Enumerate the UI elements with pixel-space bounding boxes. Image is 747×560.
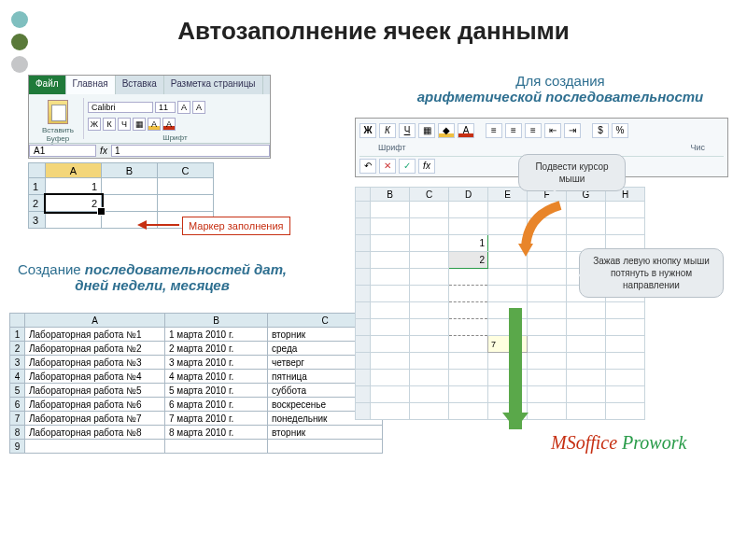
cell[interactable] (371, 370, 410, 386)
cell[interactable] (528, 269, 567, 286)
cell[interactable] (371, 319, 410, 336)
cell[interactable] (606, 202, 645, 218)
cell[interactable] (528, 353, 567, 370)
col-header[interactable]: A (25, 314, 165, 328)
col-header[interactable]: C (158, 163, 214, 178)
cell[interactable] (528, 386, 567, 403)
cell[interactable]: Лабораторная работа №1 (25, 328, 165, 342)
cell[interactable] (371, 336, 410, 353)
cell[interactable] (606, 386, 645, 403)
row-header[interactable] (356, 370, 371, 386)
shrink-font-icon[interactable]: A (192, 101, 205, 114)
cell[interactable] (371, 286, 410, 302)
font-name-select[interactable]: Calibri (88, 102, 153, 113)
name-box[interactable]: A1 (29, 145, 96, 157)
italic-button[interactable]: К (379, 123, 396, 138)
cell[interactable]: 1 (449, 235, 488, 252)
row-header[interactable] (356, 336, 371, 353)
bold-button[interactable]: Ж (359, 123, 376, 138)
cell[interactable] (606, 353, 645, 370)
grow-font-icon[interactable]: A (177, 101, 190, 114)
cell[interactable]: Лабораторная работа №2 (25, 342, 165, 356)
cell[interactable] (449, 319, 488, 336)
col-header[interactable]: B (102, 163, 158, 178)
row-header[interactable] (356, 269, 371, 286)
cell[interactable] (567, 353, 606, 370)
cell[interactable] (449, 286, 488, 302)
cell[interactable] (488, 269, 528, 286)
paste-icon[interactable] (48, 100, 68, 124)
indent-inc-icon[interactable]: ⇥ (564, 123, 581, 138)
cell[interactable] (567, 403, 606, 420)
row-header[interactable]: 8 (10, 426, 25, 440)
cell[interactable] (165, 440, 268, 454)
cell[interactable]: Лабораторная работа №3 (25, 356, 165, 370)
cell[interactable]: Лабораторная работа №4 (25, 370, 165, 384)
row-header[interactable] (356, 252, 371, 269)
row-header[interactable] (356, 302, 371, 319)
cell[interactable]: Лабораторная работа №7 (25, 412, 165, 426)
cell[interactable] (449, 353, 488, 370)
cell[interactable]: 2 (449, 252, 488, 269)
cell[interactable] (528, 370, 567, 386)
cell[interactable] (449, 370, 488, 386)
cell[interactable] (410, 252, 449, 269)
row-header[interactable] (356, 286, 371, 302)
cell[interactable] (410, 386, 449, 403)
cell[interactable] (410, 370, 449, 386)
fx-icon[interactable]: fx (96, 146, 111, 156)
fill-color-icon[interactable]: A (148, 118, 161, 131)
bold-button[interactable]: Ж (88, 118, 101, 131)
align-center-icon[interactable]: ≡ (505, 123, 522, 138)
font-color-icon[interactable]: A (458, 123, 474, 138)
cell[interactable]: 1 (46, 178, 102, 195)
cell[interactable] (371, 235, 410, 252)
align-left-icon[interactable]: ≡ (486, 123, 502, 138)
cell[interactable] (102, 178, 158, 195)
cell[interactable] (449, 386, 488, 403)
cell[interactable] (371, 252, 410, 269)
cell[interactable] (528, 319, 567, 336)
cell[interactable] (371, 269, 410, 286)
cell[interactable] (567, 202, 606, 218)
cell[interactable]: 3 марта 2010 г. (165, 356, 268, 370)
cell[interactable] (567, 370, 606, 386)
row-header[interactable] (356, 386, 371, 403)
cell[interactable] (410, 269, 449, 286)
cell[interactable] (528, 302, 567, 319)
col-header[interactable]: B (371, 188, 410, 202)
row-header[interactable]: 4 (10, 370, 25, 384)
cell[interactable] (158, 195, 214, 212)
col-header[interactable]: A (46, 163, 102, 178)
cell[interactable] (567, 386, 606, 403)
tab-home[interactable]: Главная (66, 76, 116, 94)
currency-icon[interactable]: $ (592, 123, 609, 138)
cell[interactable] (371, 302, 410, 319)
cell[interactable] (606, 403, 645, 420)
cell[interactable]: 7 марта 2010 г. (165, 412, 268, 426)
row-header[interactable] (356, 218, 371, 235)
cell[interactable] (528, 403, 567, 420)
cell[interactable] (606, 370, 645, 386)
fill-color-icon[interactable]: ◆ (438, 123, 455, 138)
cell[interactable]: вторник (268, 426, 383, 440)
cell[interactable]: Лабораторная работа №6 (25, 398, 165, 412)
cell[interactable] (46, 212, 102, 229)
row-header[interactable] (356, 319, 371, 336)
cell[interactable] (449, 218, 488, 235)
tab-insert[interactable]: Вставка (116, 76, 164, 94)
row-header[interactable]: 6 (10, 398, 25, 412)
row-header[interactable] (356, 235, 371, 252)
cell[interactable] (606, 319, 645, 336)
cell[interactable] (158, 178, 214, 195)
italic-button[interactable]: К (103, 118, 116, 131)
row-header[interactable]: 1 (10, 328, 25, 342)
row-header[interactable] (356, 353, 371, 370)
cell[interactable]: Лабораторная работа №8 (25, 426, 165, 440)
cell[interactable] (410, 235, 449, 252)
percent-icon[interactable]: % (612, 123, 628, 138)
cell[interactable] (606, 218, 645, 235)
cell[interactable]: 2 марта 2010 г. (165, 342, 268, 356)
cell[interactable]: 1 марта 2010 г. (165, 328, 268, 342)
col-header[interactable]: D (449, 188, 488, 202)
